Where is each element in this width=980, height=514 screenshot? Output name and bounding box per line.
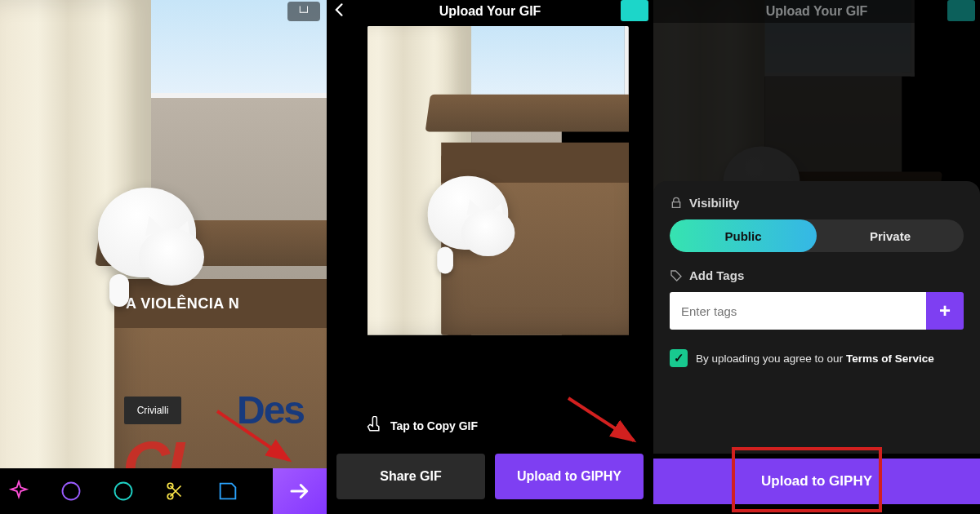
gif-preview: A VIOLÊNCIA N Crivialli Des CI: [0, 0, 327, 514]
arrow-right-icon: [287, 479, 312, 503]
tap-icon: [366, 416, 382, 436]
tag-icon: [670, 269, 683, 282]
checkbox-icon[interactable]: ✓: [670, 349, 688, 367]
lock-icon: [670, 197, 683, 210]
visibility-public[interactable]: Public: [670, 219, 817, 252]
cat-illustration: [82, 171, 212, 302]
tap-to-copy[interactable]: Tap to Copy GIF: [366, 416, 478, 436]
tap-to-copy-label: Tap to Copy GIF: [390, 419, 478, 432]
tags-label: Add Tags: [689, 268, 744, 282]
screen-header: Upload Your GIF: [327, 0, 653, 23]
fx-icon[interactable]: [57, 477, 85, 505]
sticker-icon[interactable]: [214, 477, 242, 505]
visibility-private[interactable]: Private: [817, 219, 964, 252]
upload-options-sheet: Visibility Public Private Add Tags + ✓: [653, 181, 980, 454]
tags-input[interactable]: [670, 292, 926, 330]
panel-upload-sheet: Upload Your GIF Visibility Public Privat…: [653, 0, 980, 514]
upload-label: Upload to GIPHY: [761, 473, 872, 490]
upload-to-giphy-button[interactable]: Upload to GIPHY: [495, 454, 644, 499]
sparkle-icon[interactable]: [5, 477, 33, 505]
gif-preview[interactable]: [368, 26, 629, 408]
next-button[interactable]: [273, 468, 327, 514]
header-action-icon[interactable]: [947, 0, 975, 21]
visibility-toggle[interactable]: Public Private: [670, 219, 964, 252]
header-action-icon[interactable]: [621, 0, 648, 21]
cut-icon[interactable]: [162, 477, 189, 505]
header-title: Upload Your GIF: [766, 4, 868, 19]
terms-link[interactable]: Terms of Service: [846, 352, 934, 365]
upload-label: Upload to GIPHY: [517, 469, 621, 484]
share-gif-label: Share GIF: [380, 469, 442, 484]
add-tag-button[interactable]: +: [926, 292, 964, 330]
svg-point-0: [63, 483, 80, 500]
loop-icon[interactable]: [109, 477, 137, 505]
screen-header: Upload Your GIF: [653, 0, 980, 23]
back-icon[interactable]: [332, 2, 348, 21]
panel-edit: A VIOLÊNCIA N Crivialli Des CI └┘: [0, 0, 327, 514]
aspect-toggle[interactable]: └┘: [287, 2, 320, 21]
visibility-label: Visibility: [689, 196, 739, 210]
share-gif-button[interactable]: Share GIF: [336, 454, 485, 499]
header-title: Upload Your GIF: [439, 4, 541, 19]
panel-upload-preview: Upload Your GIF Tap to Copy GIF Share GI…: [327, 0, 653, 514]
box-text-des: Des: [237, 388, 304, 432]
terms-agree[interactable]: ✓ By uploading you agree to our Terms of…: [670, 349, 964, 367]
box-brand: Crivialli: [124, 397, 181, 424]
svg-point-1: [115, 483, 132, 500]
upload-to-giphy-button[interactable]: Upload to GIPHY: [653, 459, 980, 504]
plus-icon: +: [939, 299, 951, 322]
agree-text: By uploading you agree to our: [696, 352, 846, 365]
